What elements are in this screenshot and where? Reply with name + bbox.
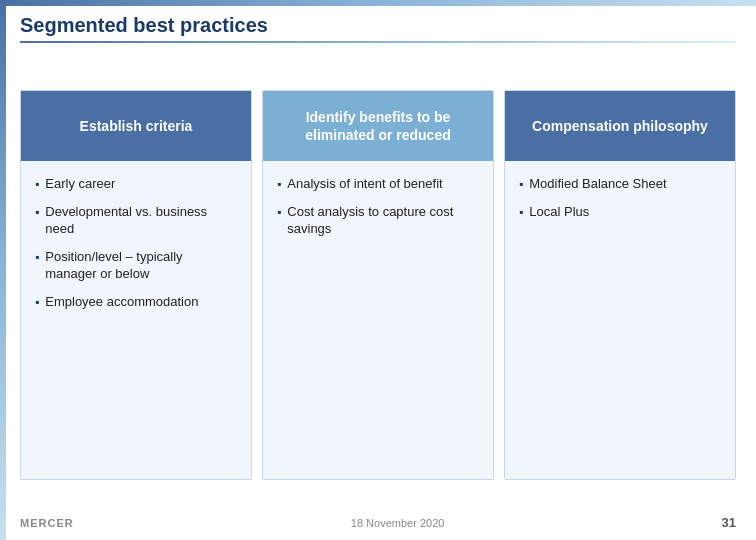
list-item: Modified Balance Sheet [519,175,721,193]
list-item: Employee accommodation [35,293,237,311]
list-item: Cost analysis to capture cost savings [277,203,479,238]
columns-container: Establish criteria Early career Developm… [20,90,736,480]
title-underline [20,41,736,43]
col1-body: Early career Developmental vs. business … [21,161,251,479]
col3-header: Compensation philosophy [505,91,735,161]
title-area: Segmented best practices [20,10,736,47]
col3-body: Modified Balance Sheet Local Plus [505,161,735,479]
col1-header: Establish criteria [21,91,251,161]
col2-body: Analysis of intent of benefit Cost analy… [263,161,493,479]
list-item: Analysis of intent of benefit [277,175,479,193]
column-compensation-philosophy: Compensation philosophy Modified Balance… [504,90,736,480]
page-title: Segmented best practices [20,10,736,37]
list-item: Local Plus [519,203,721,221]
footer: MERCER 18 November 2020 31 [20,515,736,530]
side-accent-bar [0,0,6,540]
list-item: Position/level – typically manager or be… [35,248,237,283]
list-item: Early career [35,175,237,193]
footer-brand: MERCER [20,517,74,529]
column-identify-benefits: Identify benefits to be eliminated or re… [262,90,494,480]
top-accent-bar [0,0,756,6]
column-establish-criteria: Establish criteria Early career Developm… [20,90,252,480]
col2-header: Identify benefits to be eliminated or re… [263,91,493,161]
footer-date: 18 November 2020 [351,517,445,529]
list-item: Developmental vs. business need [35,203,237,238]
page: Segmented best practices Establish crite… [0,0,756,540]
footer-page-number: 31 [722,515,736,530]
